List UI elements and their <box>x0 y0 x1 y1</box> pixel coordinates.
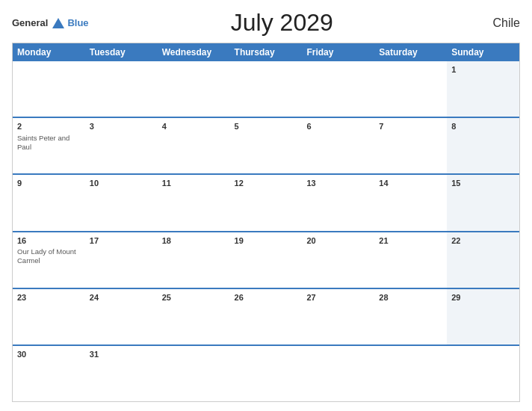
country-label: Chile <box>475 16 520 30</box>
calendar-cell: 7 <box>374 118 447 173</box>
day-number: 8 <box>451 121 515 132</box>
calendar-cell: 17 <box>85 232 158 288</box>
header-day-tuesday: Tuesday <box>85 43 158 61</box>
day-number: 20 <box>306 235 370 247</box>
calendar-cell: 8 <box>447 118 519 173</box>
calendar-row: 16Our Lady of Mount Carmel171819202122 <box>13 231 519 288</box>
header-day-wednesday: Wednesday <box>158 43 230 61</box>
day-number: 5 <box>235 121 298 132</box>
holiday-label: Our Lady of Mount Carmel <box>17 247 81 266</box>
day-number: 10 <box>90 178 153 189</box>
calendar-cell <box>447 346 519 401</box>
calendar-cell: 22 <box>447 232 519 288</box>
day-number: 25 <box>162 292 226 303</box>
day-number: 28 <box>379 292 442 303</box>
day-number: 2 <box>17 121 81 132</box>
calendar-cell: 18 <box>158 232 230 288</box>
calendar-body: 12Saints Peter and Paul34567891011121314… <box>13 61 519 401</box>
day-number: 16 <box>17 235 81 247</box>
day-number: 1 <box>451 64 515 75</box>
calendar-cell: 29 <box>447 289 519 344</box>
calendar-cell: 4 <box>158 118 230 173</box>
day-number: 14 <box>379 178 442 189</box>
day-number: 3 <box>90 121 153 132</box>
calendar-cell <box>230 346 303 401</box>
calendar-row: 1 <box>13 61 519 117</box>
calendar-cell: 13 <box>302 175 374 230</box>
header-day-thursday: Thursday <box>230 43 303 61</box>
calendar-title: July 2029 <box>89 9 475 37</box>
day-number: 29 <box>451 292 515 303</box>
calendar-cell: 12 <box>230 175 303 230</box>
calendar-cell: 25 <box>158 289 230 344</box>
day-number: 13 <box>306 178 370 189</box>
day-number: 6 <box>306 121 370 132</box>
calendar-cell <box>230 61 303 117</box>
calendar-cell <box>374 61 447 117</box>
calendar-row: 23242526272829 <box>13 288 519 344</box>
calendar-cell <box>158 61 230 117</box>
page: General Blue July 2029 Chile MondayTuesd… <box>0 0 532 411</box>
day-number: 19 <box>235 235 298 247</box>
calendar-cell: 11 <box>158 175 230 230</box>
day-number: 18 <box>162 235 226 247</box>
calendar-cell: 24 <box>85 289 158 344</box>
day-number: 15 <box>451 178 515 189</box>
calendar-cell <box>302 61 374 117</box>
logo-triangle-icon <box>52 18 64 28</box>
calendar-cell: 6 <box>302 118 374 173</box>
day-number: 22 <box>451 235 515 247</box>
logo-blue-text: Blue <box>67 17 88 28</box>
header-day-friday: Friday <box>302 43 374 61</box>
calendar-row: 3031 <box>13 344 519 401</box>
calendar-cell: 2Saints Peter and Paul <box>13 118 85 173</box>
calendar-cell: 3 <box>85 118 158 173</box>
calendar-cell: 28 <box>374 289 447 344</box>
day-number: 30 <box>17 349 81 360</box>
calendar-header: MondayTuesdayWednesdayThursdayFridaySatu… <box>13 43 519 61</box>
calendar-cell: 16Our Lady of Mount Carmel <box>13 232 85 288</box>
calendar-cell: 15 <box>447 175 519 230</box>
calendar-cell: 10 <box>85 175 158 230</box>
logo-general-text: General <box>12 17 48 28</box>
header: General Blue July 2029 Chile <box>12 9 520 37</box>
header-day-sunday: Sunday <box>447 43 519 61</box>
calendar-row: 9101112131415 <box>13 173 519 230</box>
calendar-cell: 27 <box>302 289 374 344</box>
calendar-cell: 1 <box>447 61 519 117</box>
calendar-cell <box>374 346 447 401</box>
calendar-row: 2Saints Peter and Paul345678 <box>13 117 519 173</box>
calendar-cell: 5 <box>230 118 303 173</box>
day-number: 23 <box>17 292 81 303</box>
calendar-cell: 21 <box>374 232 447 288</box>
header-day-saturday: Saturday <box>374 43 447 61</box>
day-number: 21 <box>379 235 442 247</box>
calendar-cell <box>158 346 230 401</box>
calendar-cell: 9 <box>13 175 85 230</box>
day-number: 9 <box>17 178 81 189</box>
calendar-cell: 30 <box>13 346 85 401</box>
day-number: 17 <box>90 235 153 247</box>
logo: General Blue <box>12 17 89 28</box>
calendar-cell: 23 <box>13 289 85 344</box>
day-number: 7 <box>379 121 442 132</box>
calendar-cell <box>85 61 158 117</box>
day-number: 11 <box>162 178 226 189</box>
holiday-label: Saints Peter and Paul <box>17 134 81 152</box>
day-number: 31 <box>90 349 153 360</box>
day-number: 4 <box>162 121 226 132</box>
calendar-cell: 26 <box>230 289 303 344</box>
day-number: 12 <box>235 178 298 189</box>
header-day-monday: Monday <box>13 43 85 61</box>
calendar-cell <box>13 61 85 117</box>
day-number: 24 <box>90 292 153 303</box>
calendar: MondayTuesdayWednesdayThursdayFridaySatu… <box>12 43 520 402</box>
calendar-cell: 31 <box>85 346 158 401</box>
day-number: 27 <box>306 292 370 303</box>
calendar-cell <box>302 346 374 401</box>
day-number: 26 <box>235 292 298 303</box>
calendar-cell: 19 <box>230 232 303 288</box>
calendar-cell: 20 <box>302 232 374 288</box>
calendar-cell: 14 <box>374 175 447 230</box>
